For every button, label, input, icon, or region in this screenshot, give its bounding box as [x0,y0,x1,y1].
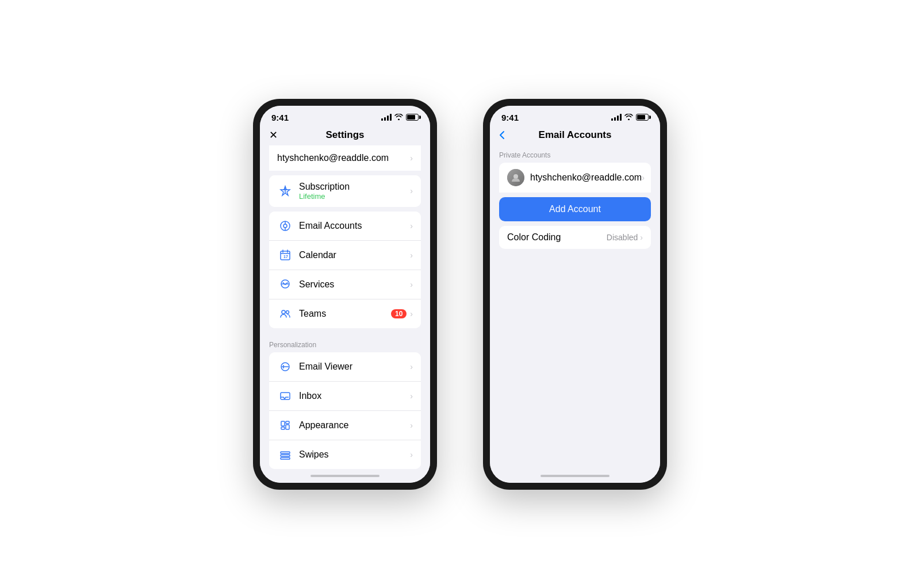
email-accounts-icon [277,218,293,234]
account-email-row[interactable]: htyshchenko@readdle.com › [269,145,421,171]
close-button[interactable]: ✕ [269,130,278,140]
appearance-row[interactable]: Appearance › [269,411,421,440]
color-coding-value: Disabled [607,233,638,242]
teams-label: Teams [299,309,391,319]
subscription-value: Lifetime [299,192,410,201]
private-accounts-label: Private Accounts [490,145,660,163]
calendar-chevron: › [410,251,413,260]
services-row[interactable]: Services › [269,270,421,299]
svg-rect-18 [281,427,285,429]
services-chevron: › [410,280,413,289]
back-button[interactable] [499,130,505,140]
phone-email-accounts: 9:41 [483,99,667,490]
svg-rect-19 [286,421,289,424]
main-items-group: Email Accounts › 17 [269,212,421,328]
swipes-chevron: › [410,450,413,459]
services-icon [277,276,293,293]
personalization-group: Email Viewer › Inbox › [269,352,421,469]
account-email-label: htyshchenko@readdle.com [277,153,410,163]
nav-bar-2: Email Accounts [490,126,660,145]
color-coding-row[interactable]: Color Coding Disabled › [499,226,651,249]
private-email-label: htyshchenko@readdle.com [530,172,642,183]
swipes-row[interactable]: Swipes › [269,440,421,469]
svg-rect-17 [281,421,285,426]
email-accounts-chevron: › [410,221,413,230]
battery-icon-1 [406,114,419,121]
status-bar-2: 9:41 [490,106,660,126]
email-viewer-chevron: › [410,362,413,371]
calendar-icon: 17 [277,247,293,263]
svg-rect-20 [286,425,289,429]
services-label: Services [299,279,410,290]
status-time-2: 9:41 [501,113,519,122]
calendar-row[interactable]: 17 Calendar › [269,241,421,270]
teams-row[interactable]: Teams 10 › [269,299,421,328]
inbox-chevron: › [410,391,413,401]
status-icons-2 [611,114,649,121]
private-email-row[interactable]: htyshchenko@readdle.com › [499,163,651,193]
swipes-icon [277,447,293,463]
battery-icon-2 [636,114,649,121]
status-icons-1 [381,114,419,121]
color-coding-label: Color Coding [507,232,607,243]
svg-point-11 [282,310,285,314]
swipes-label: Swipes [299,449,410,460]
teams-badge: 10 [391,309,407,318]
personalization-header: Personalization [260,333,430,352]
email-viewer-label: Email Viewer [299,362,410,372]
email-viewer-row[interactable]: Email Viewer › [269,352,421,382]
private-email-chevron: › [642,173,645,182]
email-viewer-icon [277,359,293,375]
color-coding-chevron: › [640,233,643,242]
email-accounts-label: Email Accounts [299,221,410,231]
add-account-button[interactable]: Add Account [499,197,651,221]
subscription-label: Subscription [299,182,410,192]
account-row[interactable]: htyshchenko@readdle.com › [269,145,421,171]
phones-container: 9:41 [253,99,667,490]
status-bar-1: 9:41 [260,106,430,126]
settings-content: htyshchenko@readdle.com › [260,145,430,469]
appearance-chevron: › [410,421,413,430]
appearance-icon [277,417,293,433]
svg-text:17: 17 [283,255,288,259]
teams-icon [277,306,293,322]
wifi-icon-1 [394,114,403,121]
inbox-icon [277,388,293,404]
private-account-group: htyshchenko@readdle.com › [499,163,651,193]
svg-point-12 [286,310,289,313]
wifi-icon-2 [624,114,633,121]
signal-icon-2 [611,114,622,121]
avatar [507,169,524,186]
signal-icon-1 [381,114,392,121]
email-accounts-row[interactable]: Email Accounts › [269,212,421,241]
settings-title: Settings [325,129,364,141]
svg-rect-23 [281,458,290,459]
teams-chevron: › [410,309,413,318]
svg-point-2 [283,224,287,228]
home-indicator-1 [260,469,430,483]
svg-point-30 [513,174,518,179]
inbox-row[interactable]: Inbox › [269,382,421,411]
status-time-1: 9:41 [271,113,289,122]
phone-settings: 9:41 [253,99,437,490]
home-indicator-2 [490,469,660,483]
svg-rect-22 [281,455,290,456]
subscription-icon [277,183,293,199]
subscription-row[interactable]: Subscription Lifetime › [269,175,421,207]
appearance-label: Appearance [299,420,410,431]
account-chevron: › [410,153,413,163]
subscription-group: Subscription Lifetime › [269,175,421,207]
inbox-label: Inbox [299,391,410,401]
calendar-label: Calendar [299,250,410,260]
email-accounts-content: Private Accounts htyshchenko@r [490,145,660,469]
email-accounts-title: Email Accounts [539,129,612,141]
nav-bar-1: ✕ Settings [260,126,430,145]
subscription-chevron: › [410,186,413,195]
svg-rect-21 [281,452,290,454]
